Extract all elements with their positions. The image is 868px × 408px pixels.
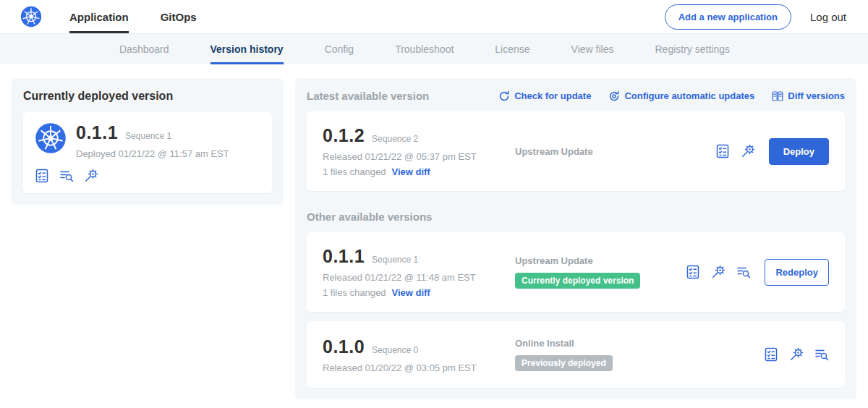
deployed-actions xyxy=(35,169,260,183)
deploy-logs-icon[interactable] xyxy=(59,169,74,183)
release-notes-icon[interactable] xyxy=(715,144,730,158)
source-label: Upstream Update xyxy=(515,146,715,157)
release-notes-icon[interactable] xyxy=(35,169,49,183)
latest-version-header: Latest available version Check for updat… xyxy=(307,90,845,102)
check-for-update-button[interactable]: Check for update xyxy=(498,90,591,102)
view-diff-link[interactable]: View diff xyxy=(391,287,430,298)
refresh-icon xyxy=(498,90,510,102)
previously-deployed-badge: Previously deployed xyxy=(515,355,613,371)
version-number: 0.1.2 xyxy=(323,125,365,146)
version-info: 0.1.2 Sequence 2 Released 01/21/22 @ 05:… xyxy=(323,125,505,177)
subnav-view-files[interactable]: View files xyxy=(571,34,614,64)
version-card-actions: Deploy xyxy=(715,138,829,165)
files-changed-label: 1 files changed xyxy=(323,287,386,298)
version-history-panel: Latest available version Check for updat… xyxy=(295,78,856,399)
release-timestamp: Released 01/21/22 @ 11:48 am EST xyxy=(323,272,505,283)
deployed-version-info: 0.1.1 Sequence 1 Deployed 01/21/22 @ 11:… xyxy=(76,122,229,159)
release-timestamp: Released 01/21/22 @ 05:37 pm EST xyxy=(323,151,505,162)
currently-deployed-badge: Currently deployed version xyxy=(515,273,640,289)
version-card-actions xyxy=(764,347,829,362)
subnav-troubleshoot[interactable]: Troubleshoot xyxy=(395,34,454,64)
subnav-config[interactable]: Config xyxy=(325,34,354,64)
version-card-actions: Redeploy xyxy=(686,259,829,286)
tab-application[interactable]: Application xyxy=(69,0,129,33)
version-sequence: Sequence 0 xyxy=(372,345,418,355)
version-source: Online Install Previously deployed xyxy=(505,338,764,371)
redeploy-button[interactable]: Redeploy xyxy=(765,259,829,286)
version-source: Upstream Update Currently deployed versi… xyxy=(505,255,686,289)
source-label: Online Install xyxy=(515,338,764,349)
app-subnav: Dashboard Version history Config Trouble… xyxy=(0,34,868,64)
version-actions: Check for update Configure automatic upd… xyxy=(498,90,845,102)
version-card-0-1-0: 0.1.0 Sequence 0 Released 01/20/22 @ 03:… xyxy=(307,321,845,388)
auto-update-icon xyxy=(608,90,620,102)
deploy-logs-icon[interactable] xyxy=(736,265,751,279)
version-number: 0.1.1 xyxy=(323,246,365,267)
subnav-version-history[interactable]: Version history xyxy=(210,34,284,64)
release-notes-icon[interactable] xyxy=(686,265,700,279)
release-timestamp: Released 01/20/22 @ 03:05 pm EST xyxy=(323,362,505,373)
version-sequence: Sequence 2 xyxy=(372,134,418,144)
top-right-actions: Add a new application Log out xyxy=(665,4,846,30)
subnav-license[interactable]: License xyxy=(495,34,529,64)
edit-config-icon[interactable] xyxy=(711,265,726,279)
diff-versions-label: Diff versions xyxy=(788,90,845,101)
check-for-update-label: Check for update xyxy=(514,90,591,101)
subnav-dashboard[interactable]: Dashboard xyxy=(119,34,169,64)
release-notes-icon[interactable] xyxy=(764,347,778,362)
top-nav: Application GitOps xyxy=(69,0,229,33)
version-source: Upstream Update xyxy=(505,146,715,157)
deploy-button[interactable]: Deploy xyxy=(769,138,829,165)
deployed-version-card: 0.1.1 Sequence 1 Deployed 01/21/22 @ 11:… xyxy=(23,112,272,193)
deployed-version-number: 0.1.1 xyxy=(76,122,118,143)
add-application-button[interactable]: Add a new application xyxy=(665,4,791,30)
logout-link[interactable]: Log out xyxy=(810,11,846,23)
version-number: 0.1.0 xyxy=(323,336,365,357)
deployed-version-summary: 0.1.1 Sequence 1 Deployed 01/21/22 @ 11:… xyxy=(35,122,260,159)
version-sequence: Sequence 1 xyxy=(372,255,418,265)
diff-icon xyxy=(772,90,783,102)
deployed-timestamp: Deployed 01/21/22 @ 11:57 am EST xyxy=(76,148,229,159)
configure-automatic-updates-button[interactable]: Configure automatic updates xyxy=(608,90,754,102)
subnav-registry-settings[interactable]: Registry settings xyxy=(655,34,729,64)
latest-version-title: Latest available version xyxy=(307,90,429,102)
other-versions-title: Other available versions xyxy=(307,211,845,223)
tab-gitops[interactable]: GitOps xyxy=(161,0,197,33)
edit-config-icon[interactable] xyxy=(789,347,804,362)
deployed-panel-title: Currently deployed version xyxy=(23,90,272,103)
diff-versions-button[interactable]: Diff versions xyxy=(772,90,845,102)
kubernetes-logo-icon xyxy=(20,6,42,27)
top-bar: Application GitOps Add a new application… xyxy=(0,0,868,34)
files-changed-label: 1 files changed xyxy=(323,166,386,177)
edit-config-icon[interactable] xyxy=(741,144,755,158)
currently-deployed-panel: Currently deployed version 0.1.1 Sequenc… xyxy=(12,78,284,205)
version-info: 0.1.1 Sequence 1 Released 01/21/22 @ 11:… xyxy=(323,246,505,298)
version-info: 0.1.0 Sequence 0 Released 01/20/22 @ 03:… xyxy=(323,336,505,373)
main-content: Currently deployed version 0.1.1 Sequenc… xyxy=(0,64,868,408)
version-card-latest: 0.1.2 Sequence 2 Released 01/21/22 @ 05:… xyxy=(307,111,845,191)
deployed-sequence: Sequence 1 xyxy=(125,131,171,141)
source-label: Upstream Update xyxy=(515,255,686,266)
deploy-logs-icon[interactable] xyxy=(814,347,829,362)
app-icon xyxy=(35,122,67,154)
configure-automatic-updates-label: Configure automatic updates xyxy=(624,90,754,101)
view-diff-link[interactable]: View diff xyxy=(391,166,430,177)
edit-config-icon[interactable] xyxy=(84,169,98,183)
version-card-0-1-1: 0.1.1 Sequence 1 Released 01/21/22 @ 11:… xyxy=(307,232,845,312)
